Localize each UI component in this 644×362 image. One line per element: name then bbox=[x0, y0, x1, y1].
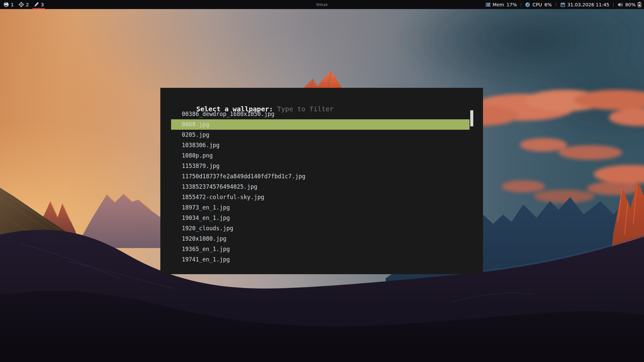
memory-label: Mem bbox=[493, 2, 504, 7]
volume-value: 80% bbox=[625, 2, 636, 7]
wallpaper-filename: 18973_en_1.jpg bbox=[182, 204, 230, 211]
calendar-icon bbox=[560, 2, 566, 7]
cpu-value: 6% bbox=[544, 2, 552, 7]
volume-battery-module: 80% bbox=[618, 2, 641, 7]
wallpaper-list-item[interactable]: 00386_dewdrop_1680x1050.jpg bbox=[171, 109, 470, 119]
wallpaper-list-item[interactable]: 644x362.jpg bbox=[171, 234, 470, 244]
wallpaper-list-item[interactable]: 11750d18737fe2a849dd140fd7fbd1c7.jpg bbox=[171, 171, 470, 182]
window-title: tmux bbox=[316, 0, 328, 9]
wallpaper-filename: 11750d18737fe2a849dd140fd7fbd1c7.jpg bbox=[182, 173, 305, 180]
wallpaper-list-item[interactable]: 19365_en_1.jpg bbox=[171, 244, 470, 254]
workspace-label: 3 bbox=[41, 2, 44, 7]
separator: | bbox=[520, 2, 522, 7]
wallpaper-filename: 133852374576494025.jpg bbox=[182, 183, 257, 190]
workspace-1[interactable]: 1 bbox=[3, 0, 14, 9]
status-bar: 1 2 3 tmux Mem 17% bbox=[0, 0, 644, 9]
wallpaper-list-item[interactable]: 1153879.jpg bbox=[171, 161, 470, 171]
wallpaper-list-item[interactable]: 133852374576494025.jpg bbox=[171, 182, 470, 192]
wallpaper-list-item[interactable]: 0068.jpg bbox=[171, 119, 470, 130]
wallpaper-filename: 644x362.jpg bbox=[182, 235, 226, 242]
wallpaper-filename: 1080p.png bbox=[182, 152, 213, 159]
wallpaper-filename: 00386_dewdrop_1680x1050.jpg bbox=[182, 111, 274, 117]
wallpaper-filename: 19741_en_1.jpg bbox=[182, 256, 230, 263]
desktop: 1 2 3 tmux Mem 17% bbox=[0, 0, 644, 362]
wallpaper-filename: 19034_en_1.jpg bbox=[182, 215, 230, 221]
wallpaper-list-item[interactable]: 1855472-colorful-sky.jpg bbox=[171, 192, 470, 202]
wallpaper-list-item[interactable]: 1920_clouds.jpg bbox=[171, 223, 470, 234]
cpu-label: CPU bbox=[532, 2, 542, 7]
workspace-2[interactable]: 2 bbox=[18, 0, 29, 9]
datetime: 31.03.2026 11:45 bbox=[568, 2, 609, 7]
wallpaper-list-item[interactable]: 18973_en_1.jpg bbox=[171, 202, 470, 213]
wallpaper-filename: 0068.jpg bbox=[182, 121, 209, 128]
globe-icon bbox=[3, 2, 9, 7]
separator: | bbox=[612, 2, 614, 7]
speaker-icon bbox=[618, 2, 623, 7]
wallpaper-list-item[interactable]: 1038306.jpg bbox=[171, 140, 470, 150]
workspace-switcher: 1 2 3 bbox=[0, 0, 47, 9]
wallpaper-filename: 1153879.jpg bbox=[182, 163, 220, 169]
pen-icon bbox=[34, 2, 39, 7]
scrollbar-thumb[interactable] bbox=[470, 110, 473, 126]
wallpaper-filename: 1920_clouds.jpg bbox=[182, 225, 233, 232]
cpu-module: CPU 6% bbox=[525, 2, 552, 7]
wallpaper-list-item[interactable]: 0205.jpg bbox=[171, 130, 470, 140]
wallpaper-picker-dialog: Select a wallpaper:Type to filter 00386_… bbox=[160, 88, 483, 274]
wallpaper-list-item[interactable]: 1080p.png bbox=[171, 150, 470, 161]
wallpaper-filename: 19365_en_1.jpg bbox=[182, 246, 230, 252]
workspace-3[interactable]: 3 bbox=[34, 0, 44, 9]
wallpaper-filename: 0205.jpg bbox=[182, 131, 209, 138]
wallpaper-filename: 1038306.jpg bbox=[182, 142, 220, 148]
wallpaper-filename: 1855472-colorful-sky.jpg bbox=[182, 194, 264, 200]
status-modules: Mem 17% | CPU 6% | 31.03.2026 11:45 | bbox=[485, 0, 644, 9]
separator: | bbox=[555, 2, 556, 7]
wallpaper-list-item[interactable]: 19741_en_1.jpg bbox=[171, 254, 470, 265]
wallpaper-list-item[interactable]: 19034_en_1.jpg bbox=[171, 213, 470, 223]
memory-value: 17% bbox=[506, 2, 517, 7]
gem-icon bbox=[18, 2, 24, 7]
workspace-label: 1 bbox=[11, 2, 14, 7]
battery-icon bbox=[638, 2, 641, 7]
memory-module: Mem 17% bbox=[485, 2, 517, 7]
workspace-label: 2 bbox=[26, 2, 29, 7]
clock-module: 31.03.2026 11:45 bbox=[560, 2, 609, 7]
wallpaper-list: 00386_dewdrop_1680x1050.jpg0068.jpg0205.… bbox=[171, 109, 470, 265]
memory-icon bbox=[485, 2, 491, 7]
cpu-gauge-icon bbox=[525, 2, 530, 7]
